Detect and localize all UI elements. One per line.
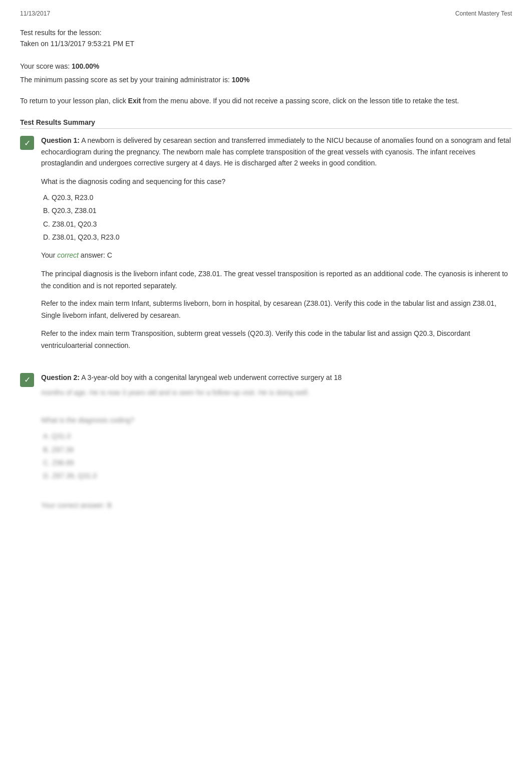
return-text-2: from the menu above. If you did not rece…	[141, 97, 459, 105]
question-2-text: Question 2: A 3-year-old boy with a cong…	[41, 372, 512, 383]
question-2-choices-blurred: A. Q31.0 B. Z87.39 C. Z96.89 D. Z87.39, …	[41, 431, 512, 482]
taken-on-line: Taken on 11/13/2017 9:53:21 PM ET	[20, 38, 512, 49]
summary-heading: Test Results Summary	[20, 118, 512, 129]
your-answer-prefix: Your	[41, 251, 57, 259]
correct-checkmark-icon-2: ✓	[20, 373, 34, 387]
return-instructions: To return to your lesson plan, click Exi…	[20, 95, 512, 106]
question-1-content: Question 1: A newborn is delivered by ce…	[41, 135, 512, 357]
question-2-block: ✓ Question 2: A 3-year-old boy with a co…	[20, 372, 512, 518]
score-label: Your score was:	[20, 62, 72, 70]
question-1-block: ✓ Question 1: A newborn is delivered by …	[20, 135, 512, 357]
score-line: Your score was: 100.00%	[20, 61, 512, 72]
passing-label: The minimum passing score as set by your…	[20, 76, 232, 84]
header-title: Content Mastery Test	[455, 10, 512, 17]
choice-d: D. Z38.01, Q20.3, R23.0	[43, 232, 512, 243]
question-2-your-answer-blurred: Your correct answer: B	[41, 500, 512, 511]
return-text: To return to your lesson plan, click	[20, 97, 128, 105]
blurred-prompt: What is the diagnosis coding?	[41, 415, 512, 426]
question-2-number: Question 2:	[41, 373, 80, 381]
question-2-content: Question 2: A 3-year-old boy with a cong…	[41, 372, 512, 518]
blurred-choice-c: C. Z96.89	[43, 457, 512, 468]
question-1-choices: A. Q20.3, R23.0 B. Q20.3, Z38.01 C. Z38.…	[41, 192, 512, 243]
question-2-blurred-prompt: What is the diagnosis coding?	[41, 415, 512, 426]
passing-value: 100%	[232, 76, 250, 84]
question-1-number: Question 1:	[41, 136, 80, 144]
choice-a: A. Q20.3, R23.0	[43, 192, 512, 203]
blurred-choice-b: B. Z87.39	[43, 444, 512, 455]
test-results-line: Test results for the lesson:	[20, 27, 512, 38]
intro-section: Test results for the lesson: Taken on 11…	[20, 27, 512, 85]
question-1-explanation-1: The principal diagnosis is the liveborn …	[41, 268, 512, 292]
question-1-prompt: What is the diagnosis coding and sequenc…	[41, 176, 512, 187]
correct-label: correct	[57, 251, 79, 259]
correct-checkmark-icon: ✓	[20, 136, 34, 150]
choice-c: C. Z38.01, Q20.3	[43, 219, 512, 230]
question-2-blurred-1: months of age. He is now 3 years old and…	[41, 387, 512, 398]
score-value: 100.00%	[72, 62, 99, 70]
your-answer-suffix: answer: C	[79, 251, 112, 259]
question-2-scenario-visible: A 3-year-old boy with a congenital laryn…	[81, 373, 342, 381]
blurred-text-1: months of age. He is now 3 years old and…	[41, 387, 512, 398]
question-1-explanation-2: Refer to the index main term Infant, sub…	[41, 298, 512, 322]
choice-b: B. Q20.3, Z38.01	[43, 205, 512, 216]
blurred-choice-d: D. Z87.39, Q31.0	[43, 470, 512, 481]
passing-score-line: The minimum passing score as set by your…	[20, 74, 512, 85]
question-1-explanation-3: Refer to the index main term Transpositi…	[41, 328, 512, 352]
page-header: 11/13/2017 Content Mastery Test	[20, 10, 512, 17]
question-1-scenario: A newborn is delivered by cesarean secti…	[41, 136, 511, 167]
blurred-choice-a: A. Q31.0	[43, 431, 512, 442]
question-1-your-answer: Your correct answer: C	[41, 250, 512, 261]
exit-link[interactable]: Exit	[128, 97, 141, 105]
question-1-text: Question 1: A newborn is delivered by ce…	[41, 135, 512, 168]
header-date: 11/13/2017	[20, 10, 50, 17]
